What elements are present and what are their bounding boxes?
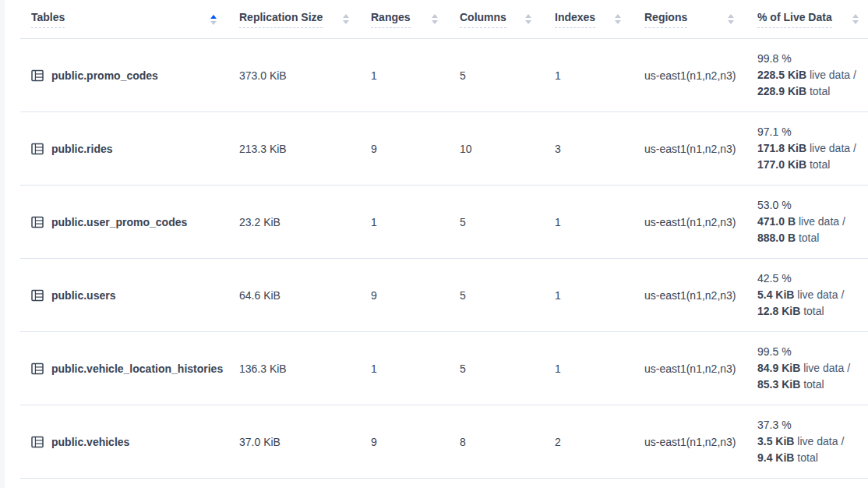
total-suffix: total xyxy=(797,451,817,464)
replication-size-cell: 373.0 KiB xyxy=(231,39,363,112)
live-percent: 53.0 % xyxy=(757,197,867,214)
table-icon xyxy=(31,289,44,302)
sort-desc-icon xyxy=(210,21,217,25)
column-header-regions[interactable]: Regions xyxy=(635,0,748,39)
columns-cell: 5 xyxy=(452,332,545,405)
column-header-label[interactable]: Regions xyxy=(644,11,687,28)
sort-desc-icon xyxy=(432,20,438,24)
live-percent: 37.3 % xyxy=(757,417,867,433)
ranges-cell: 1 xyxy=(363,186,452,259)
tables-table: Tables Replication Size Ranges Columns xyxy=(5,0,868,479)
sort-asc-icon xyxy=(728,14,734,18)
live-percent: 42.5 % xyxy=(757,271,867,287)
live-bytes: 471.0 B xyxy=(757,215,796,228)
table-icon xyxy=(31,436,44,448)
table-name-link[interactable]: public.rides xyxy=(51,143,113,155)
regions-cell: us-east1(n1,n2,n3) xyxy=(635,405,748,479)
table-name-cell: public.rides xyxy=(5,112,231,186)
total-suffix: total xyxy=(803,305,824,317)
sort-icon[interactable] xyxy=(615,14,621,24)
replication-size-cell: 64.6 KiB xyxy=(231,259,363,332)
column-header-label[interactable]: Tables xyxy=(31,11,65,28)
live-data-cell: 42.5 % 5.4 KiB live data / 12.8 KiB tota… xyxy=(748,259,868,332)
indexes-cell: 3 xyxy=(545,112,635,186)
column-header-label[interactable]: Replication Size xyxy=(239,11,323,28)
column-header-indexes[interactable]: Indexes xyxy=(545,0,635,39)
column-header-live-data[interactable]: % of Live Data xyxy=(748,0,868,39)
replication-size-cell: 213.3 KiB xyxy=(231,112,363,186)
live-data-cell: 37.3 % 3.5 KiB live data / 9.4 KiB total xyxy=(748,405,868,479)
replication-size-cell: 23.2 KiB xyxy=(231,186,363,259)
sort-desc-icon xyxy=(615,20,621,24)
live-percent: 97.1 % xyxy=(757,124,867,140)
sort-icon[interactable] xyxy=(852,14,859,24)
column-header-replication-size[interactable]: Replication Size xyxy=(231,0,363,39)
live-bytes: 171.8 KiB xyxy=(757,142,806,154)
sort-asc-icon xyxy=(852,14,859,18)
columns-cell: 8 xyxy=(452,405,545,479)
columns-cell: 5 xyxy=(452,39,545,112)
replication-size-cell: 37.0 KiB xyxy=(231,405,363,479)
regions-cell: us-east1(n1,n2,n3) xyxy=(635,259,748,332)
columns-cell: 5 xyxy=(452,259,545,332)
column-header-columns[interactable]: Columns xyxy=(452,0,545,39)
columns-cell: 5 xyxy=(452,186,545,259)
table-name-link[interactable]: public.vehicles xyxy=(51,436,129,448)
column-header-label[interactable]: Columns xyxy=(460,11,506,28)
table-icon xyxy=(31,216,44,228)
sort-asc-icon xyxy=(343,14,349,18)
ranges-cell: 9 xyxy=(363,112,452,186)
indexes-cell: 2 xyxy=(545,405,635,479)
table-name-link[interactable]: public.user_promo_codes xyxy=(51,216,187,228)
table-name-cell: public.promo_codes xyxy=(5,39,231,112)
total-bytes: 85.3 KiB xyxy=(757,378,800,391)
column-header-label[interactable]: Ranges xyxy=(371,11,411,28)
column-header-label[interactable]: % of Live Data xyxy=(757,11,832,28)
indexes-cell: 1 xyxy=(545,259,635,332)
regions-cell: us-east1(n1,n2,n3) xyxy=(635,186,748,259)
sort-icon[interactable] xyxy=(343,14,349,24)
regions-cell: us-east1(n1,n2,n3) xyxy=(635,112,748,186)
total-bytes: 177.0 KiB xyxy=(757,158,806,171)
sort-desc-icon xyxy=(525,20,531,24)
replication-size-cell: 136.3 KiB xyxy=(231,332,363,405)
total-suffix: total xyxy=(803,378,824,391)
column-header-ranges[interactable]: Ranges xyxy=(363,0,452,39)
sort-icon[interactable] xyxy=(525,14,531,24)
sort-asc-icon xyxy=(525,14,531,18)
table-name-link[interactable]: public.vehicle_location_histories xyxy=(51,362,223,375)
total-bytes: 12.8 KiB xyxy=(757,305,800,317)
live-suffix: live data / xyxy=(803,362,850,374)
column-header-tables[interactable]: Tables xyxy=(5,0,231,39)
live-suffix: live data / xyxy=(810,142,856,154)
columns-cell: 10 xyxy=(452,112,545,186)
live-suffix: live data / xyxy=(810,69,856,81)
column-header-label[interactable]: Indexes xyxy=(555,11,595,28)
sort-icon[interactable] xyxy=(432,14,438,24)
indexes-cell: 1 xyxy=(545,332,635,405)
total-suffix: total xyxy=(799,232,819,244)
table-row: public.vehicles 37.0 KiB 9 8 2 us-east1(… xyxy=(5,405,868,479)
regions-cell: us-east1(n1,n2,n3) xyxy=(635,332,748,405)
sort-icon[interactable] xyxy=(210,15,217,25)
live-bytes: 3.5 KiB xyxy=(757,435,794,447)
sort-icon[interactable] xyxy=(728,14,734,24)
table-name-link[interactable]: public.users xyxy=(51,289,115,302)
table-header-row: Tables Replication Size Ranges Columns xyxy=(5,0,868,39)
indexes-cell: 1 xyxy=(545,186,635,259)
total-bytes: 9.4 KiB xyxy=(757,451,794,464)
table-name-link[interactable]: public.promo_codes xyxy=(51,69,158,82)
ranges-cell: 1 xyxy=(363,332,452,405)
live-data-cell: 53.0 % 471.0 B live data / 888.0 B total xyxy=(748,186,868,259)
table-row: public.rides 213.3 KiB 9 10 3 us-east1(n… xyxy=(5,112,868,186)
sort-desc-icon xyxy=(343,20,349,24)
live-bytes: 228.5 KiB xyxy=(757,69,806,81)
ranges-cell: 9 xyxy=(363,405,452,479)
sort-asc-icon xyxy=(210,15,217,19)
sort-asc-icon xyxy=(615,14,621,18)
table-icon xyxy=(31,362,44,375)
live-percent: 99.8 % xyxy=(757,51,867,67)
live-bytes: 84.9 KiB xyxy=(757,362,800,374)
table-name-cell: public.vehicles xyxy=(5,405,231,479)
live-suffix: live data / xyxy=(797,288,844,301)
